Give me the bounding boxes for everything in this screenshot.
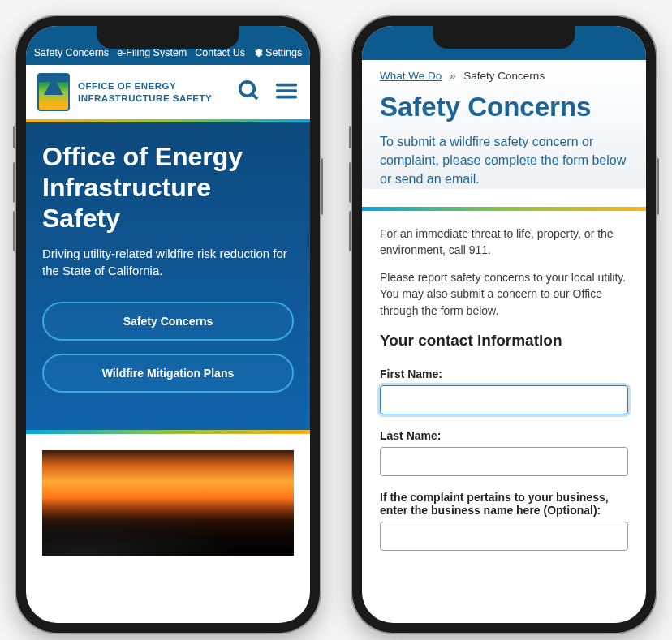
hero-title: Office of Energy Infrastructure Safety: [42, 142, 294, 234]
phone-frame: What We Do » Safety Concerns Safety Conc…: [352, 16, 656, 633]
phone-screen: Safety Concerns e-Filing System Contact …: [26, 26, 310, 623]
contact-section-heading: Your contact information: [380, 332, 628, 350]
safety-concerns-button[interactable]: Safety Concerns: [42, 302, 294, 341]
wildfire-mitigation-button[interactable]: Wildfire Mitigation Plans: [42, 354, 294, 393]
wildfire-image: [42, 450, 294, 556]
settings-label: Settings: [265, 47, 302, 58]
business-name-field[interactable]: [380, 522, 628, 551]
phone-device-home: Safety Concerns e-Filing System Contact …: [16, 16, 320, 633]
phone-screen: What We Do » Safety Concerns Safety Conc…: [362, 26, 646, 623]
page-header-area: What We Do » Safety Concerns Safety Conc…: [362, 60, 646, 189]
search-button[interactable]: [237, 79, 261, 106]
site-header: OFFICE OF ENERGY INFRASTRUCTURE SAFETY: [26, 65, 310, 122]
breadcrumb: What We Do » Safety Concerns: [380, 70, 628, 82]
gradient-divider: [26, 430, 310, 434]
last-name-label: Last Name:: [380, 429, 628, 442]
page-intro: To submit a wildfire safety concern or c…: [380, 132, 628, 189]
phone-frame: Safety Concerns e-Filing System Contact …: [16, 16, 320, 633]
svg-point-0: [240, 81, 255, 96]
phone-power-button: [320, 158, 323, 215]
hero-subtitle: Driving utility-related wildfire risk re…: [42, 245, 294, 279]
business-name-label: If the complaint pertains to your busine…: [380, 491, 628, 517]
nav-link-settings[interactable]: Settings: [253, 47, 302, 58]
gear-icon: [253, 48, 263, 58]
nav-link-efiling[interactable]: e-Filing System: [117, 47, 187, 58]
nav-link-contact-us[interactable]: Contact Us: [195, 47, 245, 58]
phone-notch: [433, 26, 575, 49]
last-name-field[interactable]: [380, 447, 628, 476]
reporting-instructions: Please report safety concerns to your lo…: [380, 269, 628, 319]
hamburger-icon: [274, 79, 299, 103]
hero-section: Office of Energy Infrastructure Safety D…: [26, 122, 310, 430]
phone-power-button: [656, 158, 659, 215]
breadcrumb-parent-link[interactable]: What We Do: [380, 70, 442, 82]
california-state-logo[interactable]: [37, 73, 70, 111]
page-title: Safety Concerns: [380, 92, 628, 122]
first-name-field[interactable]: [380, 385, 628, 414]
svg-line-1: [252, 93, 257, 98]
phone-notch: [97, 26, 239, 49]
breadcrumb-current: Safety Concerns: [463, 70, 545, 82]
phone-device-form: What We Do » Safety Concerns Safety Conc…: [352, 16, 656, 633]
breadcrumb-separator: »: [450, 70, 456, 82]
emergency-notice: For an immediate threat to life, propert…: [380, 226, 628, 259]
form-body: For an immediate threat to life, propert…: [362, 211, 646, 565]
first-name-label: First Name:: [380, 367, 628, 380]
nav-link-safety-concerns[interactable]: Safety Concerns: [34, 47, 109, 58]
search-icon: [237, 79, 261, 103]
menu-button[interactable]: [274, 79, 299, 106]
org-name: OFFICE OF ENERGY INFRASTRUCTURE SAFETY: [78, 80, 237, 104]
